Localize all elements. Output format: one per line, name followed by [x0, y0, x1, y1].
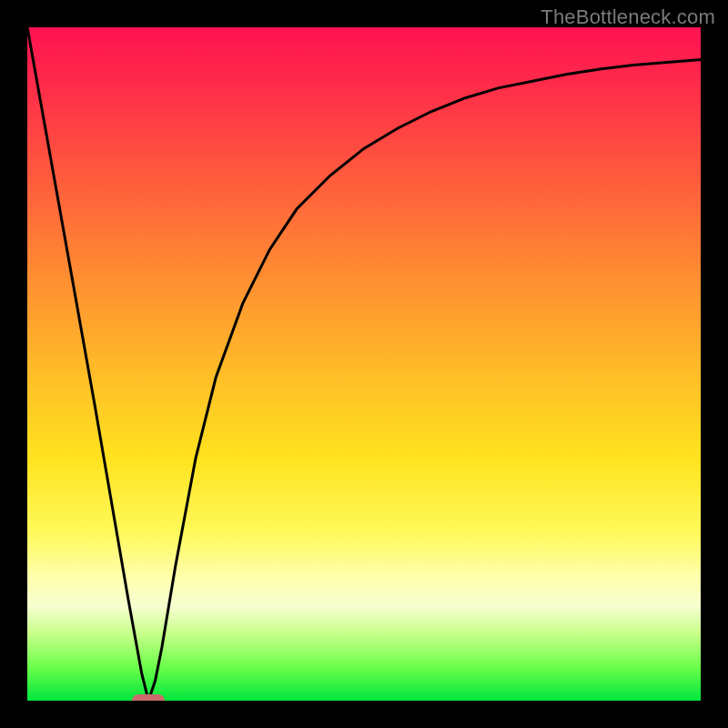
- optimum-marker: [132, 694, 165, 701]
- plot-area: [27, 27, 701, 701]
- bottleneck-curve-path: [27, 27, 701, 701]
- watermark-text: TheBottleneck.com: [541, 5, 715, 29]
- curve-svg: [27, 27, 701, 701]
- chart-frame: TheBottleneck.com: [0, 0, 728, 728]
